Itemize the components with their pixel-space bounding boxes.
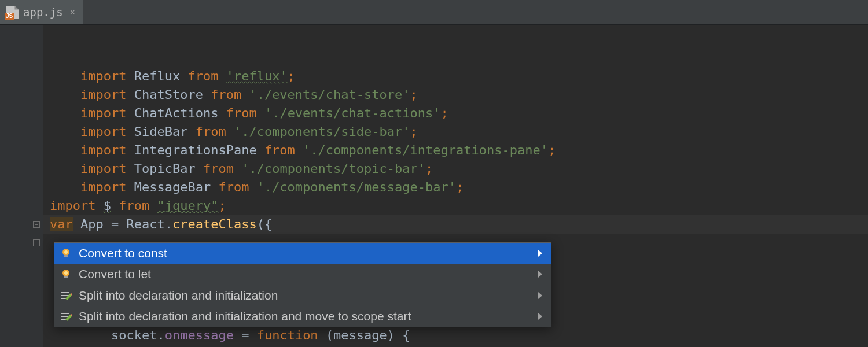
code-line[interactable]: if (message.data ≠ JSON.stringify("Tack"… — [43, 345, 868, 347]
refactor-icon — [60, 290, 72, 301]
intention-label: Convert to const — [79, 246, 167, 260]
tab-filename: app.js — [23, 6, 63, 19]
fold-marker[interactable] — [32, 234, 41, 252]
code-line[interactable]: import ChatActions from './events/chat-a… — [43, 104, 868, 123]
submenu-arrow-icon — [537, 291, 543, 300]
code-line[interactable]: import SideBar from './components/side-b… — [43, 123, 868, 141]
code-line[interactable]: import $ from "jquery"; — [43, 197, 868, 215]
svg-rect-9 — [61, 295, 69, 296]
fold-marker[interactable] — [32, 289, 41, 308]
submenu-arrow-icon — [537, 249, 543, 257]
intention-item[interactable]: Split into declaration and initializatio… — [54, 306, 551, 327]
intention-label: Split into declaration and initializatio… — [79, 289, 278, 302]
tab-bar: JS app.js × — [0, 0, 868, 25]
editor[interactable]: import Reflux from 'reflux'; import Chat… — [0, 25, 868, 347]
svg-rect-1 — [64, 255, 68, 257]
fold-marker[interactable] — [32, 345, 41, 347]
lightbulb-icon — [60, 268, 72, 280]
fold-marker[interactable] — [32, 215, 41, 234]
tab-app-js[interactable]: JS app.js × — [0, 0, 83, 24]
svg-rect-14 — [61, 313, 69, 314]
submenu-arrow-icon — [537, 270, 543, 278]
code-line[interactable]: socket.onmessage = function (message) { — [43, 326, 868, 345]
intentions-popup: Convert to constConvert to letSplit into… — [54, 242, 551, 327]
refactor-icon — [60, 311, 72, 322]
code-line[interactable]: var App = React.createClass({ — [43, 215, 868, 234]
svg-rect-8 — [61, 292, 69, 293]
close-icon[interactable]: × — [70, 7, 75, 17]
svg-rect-15 — [61, 316, 69, 317]
submenu-arrow-icon — [537, 312, 543, 320]
code-line[interactable]: import TopicBar from './components/topic… — [43, 160, 868, 178]
js-file-icon: JS — [6, 6, 19, 19]
svg-marker-11 — [65, 294, 72, 300]
lightbulb-icon — [60, 248, 72, 259]
code-line[interactable]: import ChatStore from './events/chat-sto… — [43, 86, 868, 104]
svg-marker-3 — [538, 250, 542, 257]
svg-marker-17 — [65, 315, 72, 321]
code-line[interactable]: import Reflux from 'reflux'; — [43, 67, 868, 86]
svg-point-6 — [64, 271, 68, 275]
svg-marker-13 — [538, 292, 542, 299]
svg-marker-7 — [538, 271, 542, 278]
svg-rect-5 — [64, 276, 68, 278]
intention-item[interactable]: Convert to const — [54, 243, 551, 264]
intention-item[interactable]: Convert to let — [54, 264, 551, 285]
intention-label: Convert to let — [79, 267, 151, 281]
svg-point-2 — [64, 250, 68, 254]
code-line[interactable]: import MessageBar from './components/mes… — [43, 178, 868, 197]
code-line[interactable]: import IntegrationsPane from './componen… — [43, 141, 868, 160]
intention-item[interactable]: Split into declaration and initializatio… — [54, 285, 551, 306]
svg-marker-19 — [538, 313, 542, 320]
intention-label: Split into declaration and initializatio… — [79, 309, 411, 323]
